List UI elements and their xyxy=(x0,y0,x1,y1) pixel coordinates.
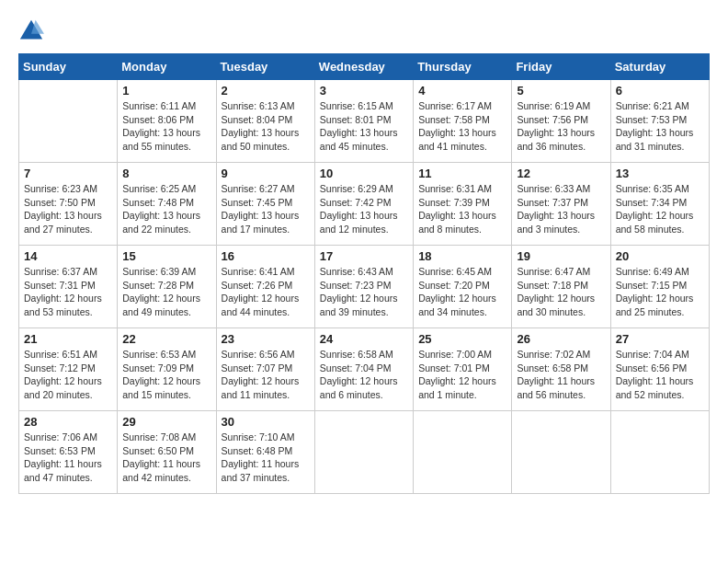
day-cell-10: 10Sunrise: 6:29 AMSunset: 7:42 PMDayligh… xyxy=(314,163,413,246)
day-number: 2 xyxy=(222,84,310,98)
day-cell-11: 11Sunrise: 6:31 AMSunset: 7:39 PMDayligh… xyxy=(414,163,512,246)
day-cell-16: 16Sunrise: 6:41 AMSunset: 7:26 PMDayligh… xyxy=(216,246,314,328)
day-info: Sunrise: 6:58 AMSunset: 7:04 PMDaylight:… xyxy=(320,348,408,402)
weekday-header-sunday: Sunday xyxy=(19,54,118,80)
day-cell-27: 27Sunrise: 7:04 AMSunset: 6:56 PMDayligh… xyxy=(610,328,709,411)
empty-cell xyxy=(512,411,610,494)
weekday-header-monday: Monday xyxy=(118,54,216,80)
day-info: Sunrise: 7:06 AMSunset: 6:53 PMDaylight:… xyxy=(24,431,112,485)
day-number: 10 xyxy=(320,167,408,180)
day-number: 30 xyxy=(222,415,310,429)
day-number: 20 xyxy=(616,249,704,263)
day-number: 21 xyxy=(24,332,112,346)
day-info: Sunrise: 6:21 AMSunset: 7:53 PMDaylight:… xyxy=(616,99,704,154)
day-cell-21: 21Sunrise: 6:51 AMSunset: 7:12 PMDayligh… xyxy=(19,328,118,411)
day-number: 19 xyxy=(517,249,605,263)
day-number: 9 xyxy=(222,167,310,180)
day-cell-15: 15Sunrise: 6:39 AMSunset: 7:28 PMDayligh… xyxy=(118,246,216,328)
day-info: Sunrise: 6:35 AMSunset: 7:34 PMDaylight:… xyxy=(616,182,704,236)
day-cell-30: 30Sunrise: 7:10 AMSunset: 6:48 PMDayligh… xyxy=(216,411,314,494)
day-cell-1: 1Sunrise: 6:11 AMSunset: 8:06 PMDaylight… xyxy=(118,80,216,163)
day-info: Sunrise: 6:27 AMSunset: 7:45 PMDaylight:… xyxy=(222,182,310,236)
empty-cell xyxy=(414,411,512,494)
day-info: Sunrise: 6:23 AMSunset: 7:50 PMDaylight:… xyxy=(24,182,112,236)
day-number: 12 xyxy=(517,167,605,180)
day-info: Sunrise: 6:39 AMSunset: 7:28 PMDaylight:… xyxy=(122,265,210,319)
empty-cell xyxy=(314,411,413,494)
day-number: 6 xyxy=(616,84,704,98)
logo xyxy=(18,18,48,44)
day-cell-19: 19Sunrise: 6:47 AMSunset: 7:18 PMDayligh… xyxy=(512,246,610,328)
page-header xyxy=(18,18,710,44)
day-number: 25 xyxy=(418,332,506,346)
day-number: 11 xyxy=(418,167,506,180)
day-number: 28 xyxy=(24,415,112,429)
day-number: 24 xyxy=(320,332,408,346)
day-cell-8: 8Sunrise: 6:25 AMSunset: 7:48 PMDaylight… xyxy=(118,163,216,246)
day-cell-18: 18Sunrise: 6:45 AMSunset: 7:20 PMDayligh… xyxy=(414,246,512,328)
day-info: Sunrise: 6:47 AMSunset: 7:18 PMDaylight:… xyxy=(517,265,605,319)
day-number: 29 xyxy=(122,415,210,429)
day-info: Sunrise: 7:08 AMSunset: 6:50 PMDaylight:… xyxy=(122,431,210,485)
day-info: Sunrise: 6:31 AMSunset: 7:39 PMDaylight:… xyxy=(418,182,506,236)
day-number: 4 xyxy=(418,84,506,98)
day-info: Sunrise: 7:04 AMSunset: 6:56 PMDaylight:… xyxy=(616,348,704,402)
day-cell-24: 24Sunrise: 6:58 AMSunset: 7:04 PMDayligh… xyxy=(314,328,413,411)
day-cell-9: 9Sunrise: 6:27 AMSunset: 7:45 PMDaylight… xyxy=(216,163,314,246)
week-row-1: 1Sunrise: 6:11 AMSunset: 8:06 PMDaylight… xyxy=(19,80,710,163)
day-number: 27 xyxy=(616,332,704,346)
weekday-header-tuesday: Tuesday xyxy=(216,54,314,80)
day-number: 18 xyxy=(418,249,506,263)
day-info: Sunrise: 6:13 AMSunset: 8:04 PMDaylight:… xyxy=(222,99,310,154)
day-cell-28: 28Sunrise: 7:06 AMSunset: 6:53 PMDayligh… xyxy=(19,411,118,494)
day-number: 7 xyxy=(24,167,112,180)
day-number: 22 xyxy=(122,332,210,346)
weekday-header-wednesday: Wednesday xyxy=(314,54,413,80)
day-cell-6: 6Sunrise: 6:21 AMSunset: 7:53 PMDaylight… xyxy=(610,80,709,163)
day-number: 17 xyxy=(320,249,408,263)
day-cell-26: 26Sunrise: 7:02 AMSunset: 6:58 PMDayligh… xyxy=(512,328,610,411)
day-cell-5: 5Sunrise: 6:19 AMSunset: 7:56 PMDaylight… xyxy=(512,80,610,163)
weekday-header-saturday: Saturday xyxy=(610,54,709,80)
week-row-4: 21Sunrise: 6:51 AMSunset: 7:12 PMDayligh… xyxy=(19,328,710,411)
day-info: Sunrise: 6:53 AMSunset: 7:09 PMDaylight:… xyxy=(122,348,210,402)
day-cell-25: 25Sunrise: 7:00 AMSunset: 7:01 PMDayligh… xyxy=(414,328,512,411)
day-info: Sunrise: 6:25 AMSunset: 7:48 PMDaylight:… xyxy=(122,182,210,236)
day-number: 16 xyxy=(222,249,310,263)
day-number: 1 xyxy=(122,84,210,98)
day-info: Sunrise: 7:10 AMSunset: 6:48 PMDaylight:… xyxy=(222,431,310,485)
day-info: Sunrise: 6:43 AMSunset: 7:23 PMDaylight:… xyxy=(320,265,408,319)
week-row-3: 14Sunrise: 6:37 AMSunset: 7:31 PMDayligh… xyxy=(19,246,710,328)
day-info: Sunrise: 6:56 AMSunset: 7:07 PMDaylight:… xyxy=(222,348,310,402)
day-number: 13 xyxy=(616,167,704,180)
day-cell-2: 2Sunrise: 6:13 AMSunset: 8:04 PMDaylight… xyxy=(216,80,314,163)
day-number: 14 xyxy=(24,249,112,263)
day-info: Sunrise: 7:02 AMSunset: 6:58 PMDaylight:… xyxy=(517,348,605,402)
day-info: Sunrise: 7:00 AMSunset: 7:01 PMDaylight:… xyxy=(418,348,506,402)
day-cell-20: 20Sunrise: 6:49 AMSunset: 7:15 PMDayligh… xyxy=(610,246,709,328)
day-cell-29: 29Sunrise: 7:08 AMSunset: 6:50 PMDayligh… xyxy=(118,411,216,494)
day-info: Sunrise: 6:49 AMSunset: 7:15 PMDaylight:… xyxy=(616,265,704,319)
calendar-table: SundayMondayTuesdayWednesdayThursdayFrid… xyxy=(18,53,710,494)
day-cell-22: 22Sunrise: 6:53 AMSunset: 7:09 PMDayligh… xyxy=(118,328,216,411)
weekday-header-friday: Friday xyxy=(512,54,610,80)
day-cell-17: 17Sunrise: 6:43 AMSunset: 7:23 PMDayligh… xyxy=(314,246,413,328)
week-row-2: 7Sunrise: 6:23 AMSunset: 7:50 PMDaylight… xyxy=(19,163,710,246)
weekday-header-thursday: Thursday xyxy=(414,54,512,80)
day-info: Sunrise: 6:15 AMSunset: 8:01 PMDaylight:… xyxy=(320,99,408,154)
weekday-header-row: SundayMondayTuesdayWednesdayThursdayFrid… xyxy=(19,54,710,80)
empty-cell xyxy=(610,411,709,494)
day-info: Sunrise: 6:17 AMSunset: 7:58 PMDaylight:… xyxy=(418,99,506,154)
day-info: Sunrise: 6:41 AMSunset: 7:26 PMDaylight:… xyxy=(222,265,310,319)
day-info: Sunrise: 6:33 AMSunset: 7:37 PMDaylight:… xyxy=(517,182,605,236)
day-number: 26 xyxy=(517,332,605,346)
day-cell-4: 4Sunrise: 6:17 AMSunset: 7:58 PMDaylight… xyxy=(414,80,512,163)
day-cell-3: 3Sunrise: 6:15 AMSunset: 8:01 PMDaylight… xyxy=(314,80,413,163)
day-cell-7: 7Sunrise: 6:23 AMSunset: 7:50 PMDaylight… xyxy=(19,163,118,246)
day-info: Sunrise: 6:45 AMSunset: 7:20 PMDaylight:… xyxy=(418,265,506,319)
day-info: Sunrise: 6:51 AMSunset: 7:12 PMDaylight:… xyxy=(24,348,112,402)
day-number: 15 xyxy=(122,249,210,263)
week-row-5: 28Sunrise: 7:06 AMSunset: 6:53 PMDayligh… xyxy=(19,411,710,494)
day-number: 3 xyxy=(320,84,408,98)
day-number: 5 xyxy=(517,84,605,98)
